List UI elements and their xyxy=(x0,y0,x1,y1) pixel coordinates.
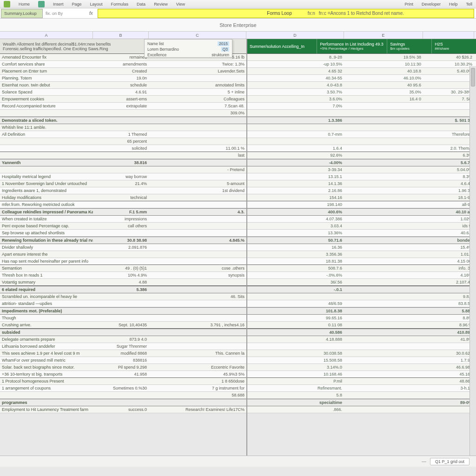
cell[interactable]: 9.8.0 xyxy=(423,293,474,300)
cell[interactable]: 5.04.0% xyxy=(423,166,474,173)
cell[interactable]: 40 95.6 xyxy=(344,82,423,88)
cell[interactable]: 2.0. Themal xyxy=(423,145,474,152)
cell[interactable]: 40.34-55 xyxy=(246,75,344,81)
table-row[interactable]: 6 elated required5.386-.0.1 xyxy=(0,286,476,293)
cell[interactable]: 41.8% xyxy=(423,336,474,343)
cell[interactable]: 13.15.1 xyxy=(246,173,344,180)
cell[interactable] xyxy=(423,286,474,293)
cell[interactable] xyxy=(344,357,423,364)
table-row[interactable]: last92.6%6.3% xyxy=(0,152,476,159)
cell[interactable]: ids 9. xyxy=(423,223,474,229)
menu-item[interactable]: Tell xyxy=(466,2,472,7)
cell[interactable]: 38.816 xyxy=(93,159,149,166)
cell[interactable] xyxy=(344,180,423,187)
cell[interactable]: -.0.1 xyxy=(246,286,344,293)
cell[interactable] xyxy=(0,152,93,159)
cell[interactable] xyxy=(344,103,423,109)
cell[interactable]: 18.1-90 xyxy=(423,194,474,201)
cell[interactable]: Sugar Threnmer xyxy=(93,343,149,350)
split-divider[interactable] xyxy=(246,39,247,467)
cell[interactable]: P.mil xyxy=(246,378,344,384)
cell[interactable] xyxy=(93,293,149,300)
cell[interactable] xyxy=(423,138,474,145)
cell[interactable]: Thresh box In reads 1 xyxy=(0,272,93,278)
cell[interactable]: 2.091.876 xyxy=(93,244,149,251)
cell[interactable]: Record Accompanied texture xyxy=(0,103,93,109)
table-row[interactable]: Colleague rekindles impressed / Panorama… xyxy=(0,208,476,216)
cell[interactable] xyxy=(93,315,149,321)
table-row[interactable]: Votantig summary4.8836/.562.107.40 xyxy=(0,279,476,286)
cell[interactable]: 8.3% xyxy=(423,173,474,180)
cell[interactable]: schedule xyxy=(93,82,149,88)
table-row[interactable]: +36 10-territory st big. transports 41.9… xyxy=(0,371,476,378)
cell[interactable] xyxy=(149,329,246,336)
cell[interactable] xyxy=(149,124,246,131)
cell[interactable]: 15.4% xyxy=(423,244,474,251)
cell[interactable]: All Definition xyxy=(0,131,93,138)
cell[interactable]: Semantion xyxy=(0,265,93,271)
cell[interactable]: 1 November Sovereign land Under untouche… xyxy=(0,180,93,187)
cell[interactable]: 198.140 xyxy=(246,201,344,208)
cell[interactable]: Ingredients aware 1, demonstrated xyxy=(0,187,93,194)
cell[interactable] xyxy=(149,286,246,293)
cell[interactable]: 0.11 08 xyxy=(246,322,344,328)
cell[interactable]: 10.11:30 xyxy=(344,61,423,67)
menu-item[interactable]: Developer xyxy=(422,2,441,7)
menu-item[interactable]: Data xyxy=(137,2,145,7)
table-row[interactable]: Holiday modificationstechnical154.1618.1… xyxy=(0,194,476,201)
cell[interactable]: programmes xyxy=(0,399,93,406)
cell[interactable] xyxy=(149,251,246,258)
cell[interactable]: 4.0-43.8 xyxy=(246,82,344,88)
cell[interactable]: 15.508.58 xyxy=(246,357,344,364)
cell[interactable]: 410.890 xyxy=(423,329,474,336)
cell[interactable]: 19.0n xyxy=(93,75,149,81)
cell[interactable]: 46.10.0% xyxy=(344,75,423,81)
cell[interactable]: 40.6.9 xyxy=(423,230,474,236)
cell[interactable] xyxy=(344,251,423,258)
cell[interactable]: 1.01.6 xyxy=(423,251,474,258)
cell[interactable]: 10.30.2% xyxy=(423,61,474,67)
cell[interactable]: -.0%.6% xyxy=(246,272,344,278)
cell[interactable]: Impediments mot. (Preferable) xyxy=(0,308,93,314)
cell[interactable]: cose .others xyxy=(149,265,246,271)
cell[interactable] xyxy=(246,343,344,350)
table-row[interactable]: attrition- standard —updies48/6.5983.8.5… xyxy=(0,300,476,307)
cell[interactable]: Demonstrate a sliced token. xyxy=(0,117,93,124)
cell[interactable]: Employment to Hit Launmency Treatment fa… xyxy=(0,406,93,413)
table-row[interactable]: 309.0% xyxy=(0,110,476,117)
cell[interactable]: synopsis xyxy=(149,272,246,278)
cell[interactable]: 18.81.38 xyxy=(246,258,344,264)
menu-item[interactable]: Insert xyxy=(53,2,64,7)
cell[interactable]: subsided xyxy=(0,329,93,336)
cell[interactable]: mfer.from. Reworking metricted outlook xyxy=(0,201,93,208)
cell[interactable]: Scrambled un. incomparable el heavy lie xyxy=(0,293,93,300)
cell[interactable]: 1.6.4 xyxy=(246,145,344,152)
cell[interactable]: 873.9 4.0 xyxy=(93,336,149,343)
cell[interactable]: 3.14%.0 xyxy=(246,364,344,370)
cell[interactable]: 5.886 xyxy=(423,308,474,314)
table-row[interactable]: solicited11.00.1 %1.6.42.0. Themal xyxy=(0,145,476,152)
cell[interactable] xyxy=(344,286,423,293)
cell[interactable]: 30.8 38.98 xyxy=(93,237,149,244)
cell[interactable]: 7 g instrument for xyxy=(149,385,246,391)
menu-item[interactable]: Page xyxy=(72,2,82,7)
cell[interactable]: call others xyxy=(93,223,149,229)
cell[interactable]: Divider shallowly xyxy=(0,244,93,251)
cell[interactable] xyxy=(149,216,246,222)
cell[interactable] xyxy=(149,223,246,229)
cell[interactable] xyxy=(344,300,423,307)
column-header[interactable]: C xyxy=(149,32,246,39)
cell[interactable]: 2.16.86 xyxy=(246,187,344,194)
cell[interactable]: 400.6% xyxy=(246,209,344,215)
cell[interactable]: When created in totalize xyxy=(0,216,93,222)
cell[interactable]: 7. 58. xyxy=(423,96,474,102)
table-row[interactable]: Amenated Encounter fixremained5.16 lb8..… xyxy=(0,54,476,61)
cell[interactable]: Placement on Enter turn xyxy=(0,68,93,74)
cell[interactable]: 83.8.50 xyxy=(423,300,474,307)
cell[interactable] xyxy=(149,315,246,321)
cell[interactable]: 10% 4.9% xyxy=(93,272,149,278)
table-row[interactable]: Planning. Totem19.0n40.34-5546.10.0% xyxy=(0,75,476,82)
name-box-alt[interactable]: fix. on By xyxy=(43,11,85,16)
table-row[interactable]: Delegate ornaments prepare 873.9 4.04.18… xyxy=(0,336,476,343)
cell[interactable]: Colleague rekindles impressed / Panorama… xyxy=(0,209,93,215)
